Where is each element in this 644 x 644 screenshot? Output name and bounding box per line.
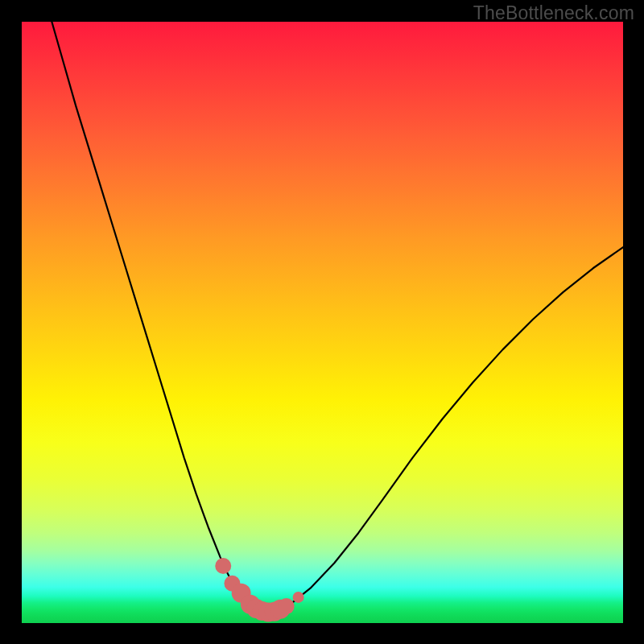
bottleneck-marker bbox=[215, 558, 231, 574]
bottleneck-curve bbox=[52, 22, 623, 613]
watermark-text: TheBottleneck.com bbox=[473, 2, 634, 24]
chart-frame: TheBottleneck.com bbox=[0, 0, 644, 644]
bottleneck-min-markers bbox=[215, 558, 303, 622]
plot-area bbox=[22, 22, 623, 623]
curve-layer bbox=[22, 22, 623, 623]
bottleneck-marker bbox=[279, 598, 295, 614]
bottleneck-marker bbox=[293, 592, 304, 603]
